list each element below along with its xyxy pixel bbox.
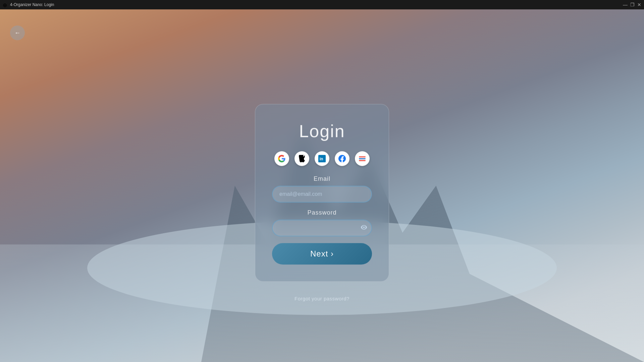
google-icon	[278, 155, 285, 162]
titlebar-title: 4-Organizer Nano: Login	[10, 2, 54, 7]
next-button[interactable]: Next ›	[272, 243, 372, 264]
app-icon: ⊕	[3, 2, 8, 7]
password-label: Password	[272, 209, 372, 216]
apple-login-button[interactable]	[294, 151, 309, 166]
password-input[interactable]	[272, 220, 372, 236]
email-label: Email	[272, 175, 372, 182]
svg-rect-4	[359, 157, 366, 158]
back-arrow-icon: ←	[14, 29, 20, 37]
facebook-icon	[338, 155, 346, 162]
titlebar-controls: — ❐ ✕	[623, 2, 641, 7]
back-button[interactable]: ←	[10, 25, 25, 40]
login-title: Login	[272, 121, 372, 141]
app-login-button[interactable]	[355, 151, 370, 166]
toggle-password-visibility-button[interactable]	[361, 225, 367, 231]
eye-icon	[361, 225, 367, 230]
email-input[interactable]	[272, 186, 372, 202]
svg-point-7	[363, 227, 365, 228]
custom-app-icon	[359, 155, 366, 162]
social-icons-row: in	[272, 151, 372, 166]
forgot-password-link[interactable]: Forgot your password?	[294, 296, 350, 301]
google-login-button[interactable]	[274, 151, 289, 166]
password-input-wrapper	[272, 220, 372, 236]
apple-icon	[299, 155, 305, 162]
login-card: Login in	[255, 104, 389, 282]
titlebar: ⊕ 4-Organizer Nano: Login — ❐ ✕	[0, 0, 644, 9]
svg-text:in: in	[320, 157, 323, 161]
password-field-group: Password	[272, 209, 372, 236]
linkedin-icon: in	[318, 155, 326, 162]
svg-rect-5	[359, 158, 366, 159]
minimize-button[interactable]: —	[623, 2, 628, 7]
email-input-wrapper	[272, 186, 372, 202]
restore-button[interactable]: ❐	[630, 2, 635, 7]
email-field-group: Email	[272, 175, 372, 202]
svg-rect-6	[359, 160, 366, 161]
close-button[interactable]: ✕	[637, 2, 641, 7]
linkedin-login-button[interactable]: in	[315, 151, 329, 166]
background: ← Login	[0, 9, 644, 362]
facebook-login-button[interactable]	[335, 151, 350, 166]
